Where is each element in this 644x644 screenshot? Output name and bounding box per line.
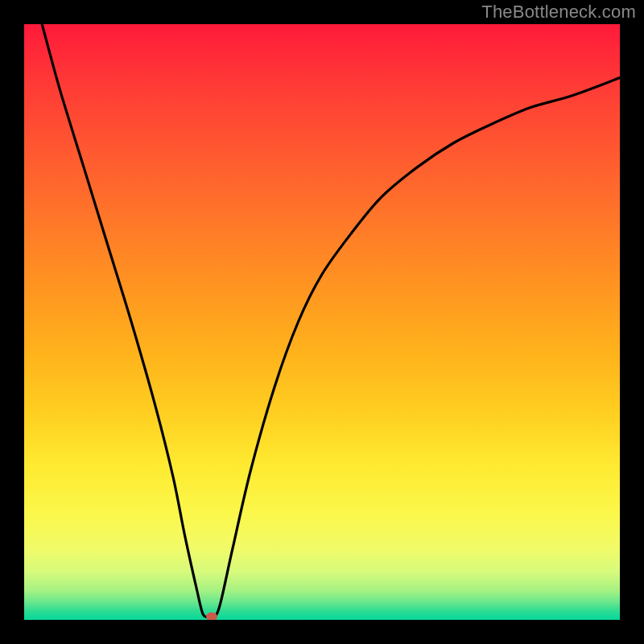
chart-frame: TheBottleneck.com [0, 0, 644, 644]
curve-path [42, 24, 620, 618]
bottleneck-curve [24, 24, 620, 620]
watermark-text: TheBottleneck.com [481, 2, 636, 23]
plot-area [24, 24, 620, 620]
minimum-marker-icon [206, 613, 217, 620]
